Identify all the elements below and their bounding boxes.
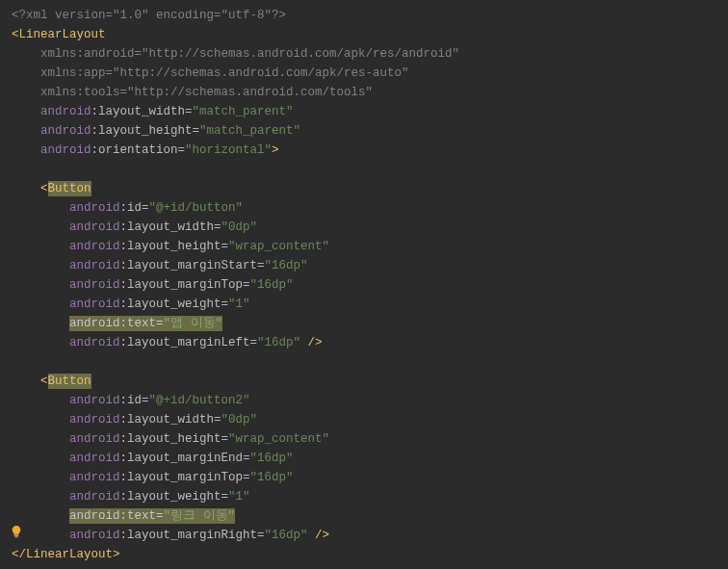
attr-line: android:layout_marginTop="16dp" bbox=[12, 468, 728, 487]
attr-line: xmlns:android="http://schemas.android.co… bbox=[12, 44, 728, 64]
attr-line: android:layout_width="match_parent" bbox=[12, 102, 728, 121]
gutter bbox=[10, 525, 23, 542]
xml-declaration: <?xml version="1.0" encoding="utf-8"?> bbox=[12, 9, 286, 22]
svg-rect-1 bbox=[14, 536, 18, 537]
attr-line: android:orientation="horizontal"> bbox=[12, 141, 728, 160]
button1-open: <Button bbox=[12, 179, 728, 198]
svg-rect-0 bbox=[14, 535, 18, 536]
attr-line: android:text="링크 이동" bbox=[12, 506, 728, 526]
attr-line: android:layout_marginLeft="16dp" /> bbox=[12, 333, 728, 352]
button2-open: <Button bbox=[12, 372, 728, 391]
attr-line: android:layout_marginStart="16dp" bbox=[12, 256, 728, 275]
attr-line: android:layout_marginEnd="16dp" bbox=[12, 449, 728, 468]
attr-line: android:layout_width="0dp" bbox=[12, 218, 728, 237]
linearlayout-close: </LinearLayout> bbox=[12, 545, 728, 564]
lightbulb-icon[interactable] bbox=[10, 525, 23, 538]
attr-line: android:layout_weight="1" bbox=[12, 295, 728, 314]
attr-line: android:layout_marginTop="16dp" bbox=[12, 275, 728, 295]
attr-line: android:text="앱 이동" bbox=[12, 314, 728, 333]
attr-line: android:id="@+id/button2" bbox=[12, 391, 728, 410]
linearlayout-open: <LinearLayout bbox=[12, 25, 728, 44]
attr-line: android:layout_height="wrap_content" bbox=[12, 237, 728, 256]
attr-line: android:id="@+id/button" bbox=[12, 198, 728, 218]
attr-line: android:layout_height="wrap_content" bbox=[12, 429, 728, 449]
attr-line: xmlns:tools="http://schemas.android.com/… bbox=[12, 83, 728, 102]
attr-line: android:layout_weight="1" bbox=[12, 487, 728, 506]
attr-line: android:layout_height="match_parent" bbox=[12, 121, 728, 141]
code-editor[interactable]: <?xml version="1.0" encoding="utf-8"?> <… bbox=[12, 6, 728, 564]
attr-line: android:layout_width="0dp" bbox=[12, 410, 728, 429]
attr-line: android:layout_marginRight="16dp" /> bbox=[12, 526, 728, 545]
attr-line: xmlns:app="http://schemas.android.com/ap… bbox=[12, 64, 728, 83]
